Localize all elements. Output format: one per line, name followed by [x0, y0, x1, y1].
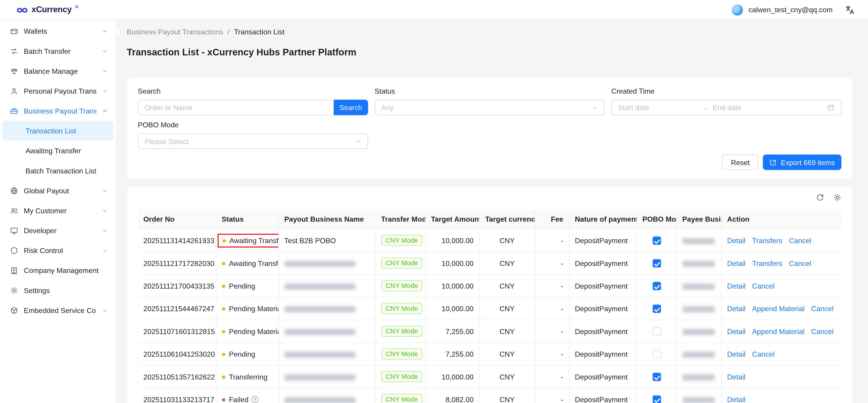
- date-range-picker[interactable]: Start date → End date: [611, 100, 841, 115]
- append-material-link[interactable]: Append Material: [752, 305, 805, 313]
- sidebar-item-settings[interactable]: Settings: [0, 280, 116, 300]
- blurred-text: [284, 351, 355, 357]
- target-currency: CNY: [500, 282, 515, 290]
- status-field: Status Any: [375, 87, 604, 115]
- pobo-checkbox[interactable]: [652, 350, 661, 358]
- target-amount: 10,000.00: [441, 236, 473, 244]
- cancel-link[interactable]: Cancel: [752, 282, 775, 290]
- pobo-mode-select[interactable]: Please Select: [138, 134, 368, 149]
- table-row: 202511121544467247Pending MaterialCNY Mo…: [138, 297, 842, 320]
- search-field: Search Search: [138, 87, 368, 115]
- status-text: Pending: [229, 282, 255, 290]
- pobo-checkbox[interactable]: [652, 396, 661, 403]
- cell-target_amount: 8,082.00: [425, 388, 479, 403]
- sidebar-item-my-customer[interactable]: My Customer: [0, 201, 116, 221]
- chevron-down-icon: [102, 48, 108, 54]
- detail-link[interactable]: Detail: [727, 372, 745, 381]
- detail-link[interactable]: Detail: [727, 350, 745, 358]
- sidebar-subitem-transaction-list[interactable]: Transaction List: [2, 121, 114, 141]
- filter-grid: Search Search Status Any: [138, 87, 842, 149]
- cell-nature_of_payment: DepositPayment: [569, 365, 637, 388]
- cancel-link[interactable]: Cancel: [789, 236, 811, 244]
- chevron-down-icon: [102, 68, 108, 74]
- column-header-payout_business_name: Payout Business Name: [278, 209, 375, 229]
- chevron-down-icon: [592, 105, 598, 111]
- breadcrumb-current: Transaction List: [234, 28, 285, 36]
- table-settings-icon[interactable]: [833, 193, 842, 202]
- sidebar-item-wallets[interactable]: Wallets: [0, 21, 116, 41]
- refresh-icon[interactable]: [816, 193, 825, 202]
- top-header: xCurrency ✕ calwen_test_cny@qq.com: [0, 0, 868, 20]
- status-dot: [222, 398, 225, 401]
- action-links: DetailAppend MaterialCancel: [727, 327, 834, 335]
- detail-link[interactable]: Detail: [727, 236, 745, 244]
- cancel-link[interactable]: Cancel: [811, 305, 834, 313]
- brand-name: xCurrency: [32, 4, 72, 14]
- sidebar-item-risk-control[interactable]: Risk Control: [0, 240, 116, 260]
- cell-payout_business_name: Test B2B POBO: [278, 229, 375, 252]
- start-date-input[interactable]: Start date: [618, 103, 697, 112]
- export-button[interactable]: Export 669 items: [763, 154, 842, 170]
- status-select[interactable]: Any: [375, 100, 604, 115]
- brand-logo[interactable]: xCurrency ✕: [16, 4, 79, 15]
- nature-of-payment: DepositPayment: [575, 350, 628, 358]
- sidebar-item-balance-manage[interactable]: Balance Manage: [0, 61, 116, 81]
- detail-link[interactable]: Detail: [727, 282, 745, 290]
- sidebar-item-label: Settings: [24, 286, 108, 294]
- sidebar-subitem-batch-transaction-list[interactable]: Batch Transaction List: [2, 161, 114, 180]
- transfers-link[interactable]: Transfers: [752, 259, 782, 267]
- search-button[interactable]: Search: [334, 100, 368, 115]
- my-customer-icon: [10, 206, 18, 214]
- pobo-mode-label: POBO Mode: [138, 121, 368, 129]
- sidebar-item-company-management[interactable]: Company Management: [0, 260, 116, 280]
- cancel-link[interactable]: Cancel: [789, 259, 811, 267]
- sidebar-subitem-awaiting-transfer[interactable]: Awaiting Transfer: [2, 141, 114, 161]
- sidebar-item-developer[interactable]: Developer: [0, 221, 116, 240]
- table-row: 202511061041253020PendingCNY Mode7,255.0…: [138, 343, 842, 365]
- sidebar-item-global-payout[interactable]: Global Payout: [0, 180, 116, 200]
- sidebar-item-business-payout-trans[interactable]: Business Payout Trans...: [0, 101, 116, 121]
- pobo-checkbox[interactable]: [652, 327, 661, 336]
- pobo-checkbox[interactable]: [652, 259, 661, 267]
- sidebar-item-label: Embedded Service Co...: [24, 306, 96, 314]
- pobo-checkbox[interactable]: [652, 373, 661, 381]
- table-row: 202511131414261933Awaiting TransferTest …: [138, 229, 842, 252]
- transfer-mode-tag: CNY Mode: [381, 326, 422, 337]
- question-circle-icon[interactable]: ?: [251, 396, 258, 403]
- cancel-link[interactable]: Cancel: [811, 327, 834, 335]
- detail-link[interactable]: Detail: [727, 327, 745, 335]
- status-wrap: Failed?: [222, 396, 258, 403]
- pobo-checkbox[interactable]: [652, 236, 661, 245]
- transfer-mode-tag: CNY Mode: [381, 348, 422, 359]
- end-date-input[interactable]: End date: [712, 103, 823, 112]
- cell-order_no: 202511131414261933: [138, 229, 216, 252]
- search-input[interactable]: [138, 100, 334, 115]
- translate-icon[interactable]: [845, 5, 855, 15]
- pobo-checkbox[interactable]: [652, 305, 661, 313]
- breadcrumb: Business Payout Transactions / Transacti…: [127, 28, 852, 36]
- sidebar-item-personal-payout-trans[interactable]: Personal Payout Trans...: [0, 81, 116, 101]
- sidebar-item-batch-transfer[interactable]: Batch Transfer: [0, 41, 116, 61]
- app: xCurrency ✕ calwen_test_cny@qq.com Walle…: [0, 0, 868, 403]
- cell-target_currency: CNY: [479, 388, 535, 403]
- column-header-payee_business: Payee Busine: [677, 209, 721, 229]
- avatar[interactable]: [732, 4, 743, 15]
- breadcrumb-parent[interactable]: Business Payout Transactions: [127, 28, 223, 36]
- detail-link[interactable]: Detail: [727, 259, 745, 267]
- cell-payee_business: [677, 297, 721, 320]
- sidebar-item-embedded-service-co[interactable]: Embedded Service Co...: [0, 300, 116, 320]
- target-currency: CNY: [500, 350, 515, 358]
- status-dot: [222, 330, 225, 333]
- append-material-link[interactable]: Append Material: [752, 327, 805, 335]
- detail-link[interactable]: Detail: [727, 305, 745, 313]
- pobo-checkbox[interactable]: [652, 282, 661, 290]
- detail-link[interactable]: Detail: [727, 395, 745, 403]
- fee: -: [561, 236, 563, 244]
- cancel-link[interactable]: Cancel: [752, 350, 775, 358]
- cell-payout_business_name: [278, 274, 375, 297]
- transfers-link[interactable]: Transfers: [752, 236, 782, 244]
- column-header-target_amount: Target Amount: [425, 209, 479, 229]
- cell-action: DetailTransfersCancel: [721, 229, 841, 252]
- reset-button[interactable]: Reset: [722, 154, 759, 170]
- blurred-text: [284, 397, 355, 403]
